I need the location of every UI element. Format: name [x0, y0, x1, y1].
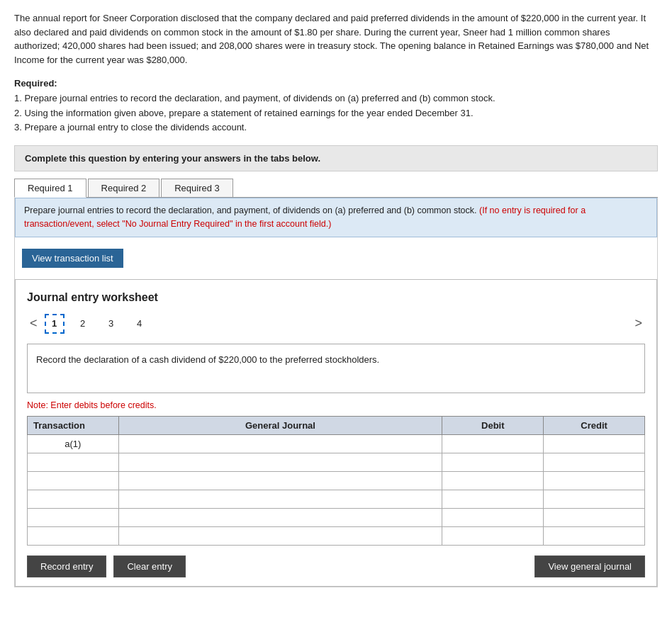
- instruction-box: Complete this question by entering your …: [14, 145, 658, 171]
- gj-cell-6[interactable]: [118, 526, 442, 545]
- credit-cell-6[interactable]: [544, 526, 645, 545]
- gj-input-1[interactable]: [123, 438, 438, 450]
- transaction-cell-5: [28, 508, 119, 526]
- prev-arrow[interactable]: <: [27, 316, 40, 331]
- debit-cell-1[interactable]: [442, 434, 544, 453]
- gj-cell-5[interactable]: [118, 508, 442, 526]
- page-1-button[interactable]: 1: [45, 314, 65, 334]
- gj-cell-3[interactable]: [118, 471, 442, 490]
- nav-row: < 1 2 3 4 >: [27, 314, 645, 334]
- credit-input-4[interactable]: [548, 493, 640, 505]
- col-header-credit: Credit: [544, 416, 645, 434]
- table-row: a(1): [28, 434, 645, 453]
- col-header-general-journal: General Journal: [118, 416, 442, 434]
- table-row: [28, 490, 645, 508]
- tab-required-2[interactable]: Required 2: [88, 179, 160, 197]
- debit-cell-4[interactable]: [442, 490, 544, 508]
- tab-instruction-text: Prepare journal entries to record the de…: [24, 205, 477, 215]
- debit-cell-6[interactable]: [442, 526, 544, 545]
- required-item-1: 1. Prepare journal entries to record the…: [14, 91, 658, 106]
- record-entry-button[interactable]: Record entry: [27, 555, 106, 577]
- worksheet-title: Journal entry worksheet: [27, 291, 645, 304]
- declaration-text: Record the declaration of a cash dividen…: [36, 354, 379, 365]
- table-row: [28, 471, 645, 490]
- transaction-cell-3: [28, 471, 119, 490]
- note-text: Note: Enter debits before credits.: [27, 400, 645, 410]
- transaction-cell-4: [28, 490, 119, 508]
- tab-required-1[interactable]: Required 1: [14, 179, 86, 198]
- required-item-3: 3. Prepare a journal entry to close the …: [14, 120, 658, 135]
- debit-input-3[interactable]: [447, 475, 539, 487]
- col-header-debit: Debit: [442, 416, 544, 434]
- journal-table: Transaction General Journal Debit Credit…: [27, 416, 645, 546]
- intro-paragraph: The annual report for Sneer Corporation …: [14, 11, 658, 67]
- debit-input-2[interactable]: [447, 456, 539, 468]
- credit-cell-4[interactable]: [544, 490, 645, 508]
- page-2-button[interactable]: 2: [73, 314, 93, 334]
- next-arrow[interactable]: >: [632, 316, 645, 331]
- credit-input-5[interactable]: [548, 512, 640, 524]
- table-row: [28, 508, 645, 526]
- table-row: [28, 526, 645, 545]
- view-general-journal-button[interactable]: View general journal: [534, 555, 645, 577]
- page-3-button[interactable]: 3: [101, 314, 121, 334]
- view-transaction-button[interactable]: View transaction list: [22, 249, 123, 268]
- transaction-cell-2: [28, 453, 119, 471]
- gj-input-3[interactable]: [123, 475, 438, 487]
- credit-cell-5[interactable]: [544, 508, 645, 526]
- gj-input-4[interactable]: [123, 493, 438, 505]
- debit-cell-3[interactable]: [442, 471, 544, 490]
- gj-cell-2[interactable]: [118, 453, 442, 471]
- required-section: Required: 1. Prepare journal entries to …: [14, 77, 658, 135]
- credit-input-3[interactable]: [548, 475, 640, 487]
- credit-input-2[interactable]: [548, 456, 640, 468]
- transaction-cell-1: a(1): [28, 434, 119, 453]
- bottom-buttons-row: Record entry Clear entry View general jo…: [27, 555, 645, 577]
- tabs-container: Required 1 Required 2 Required 3 Prepare…: [14, 179, 658, 587]
- credit-input-1[interactable]: [548, 438, 640, 450]
- gj-input-2[interactable]: [123, 456, 438, 468]
- worksheet-box: Journal entry worksheet < 1 2 3 4 > Reco…: [15, 279, 657, 587]
- clear-entry-button[interactable]: Clear entry: [113, 555, 186, 577]
- credit-cell-3[interactable]: [544, 471, 645, 490]
- tab-instruction-note: Prepare journal entries to record the de…: [15, 198, 657, 237]
- debit-cell-2[interactable]: [442, 453, 544, 471]
- debit-input-1[interactable]: [447, 438, 539, 450]
- col-header-transaction: Transaction: [28, 416, 119, 434]
- credit-input-6[interactable]: [548, 530, 640, 542]
- tab-required-3[interactable]: Required 3: [161, 179, 233, 197]
- gj-input-6[interactable]: [123, 530, 438, 542]
- required-item-2: 2. Using the information given above, pr…: [14, 106, 658, 121]
- credit-cell-2[interactable]: [544, 453, 645, 471]
- tabs-row: Required 1 Required 2 Required 3: [14, 179, 658, 198]
- declaration-box: Record the declaration of a cash dividen…: [27, 344, 645, 393]
- credit-cell-1[interactable]: [544, 434, 645, 453]
- required-header: Required:: [14, 78, 57, 89]
- table-row: [28, 453, 645, 471]
- debit-cell-5[interactable]: [442, 508, 544, 526]
- gj-cell-4[interactable]: [118, 490, 442, 508]
- gj-cell-1[interactable]: [118, 434, 442, 453]
- transaction-cell-6: [28, 526, 119, 545]
- page-4-button[interactable]: 4: [130, 314, 150, 334]
- debit-input-4[interactable]: [447, 493, 539, 505]
- debit-input-6[interactable]: [447, 530, 539, 542]
- tab-content: Prepare journal entries to record the de…: [14, 198, 658, 587]
- debit-input-5[interactable]: [447, 512, 539, 524]
- gj-input-5[interactable]: [123, 512, 438, 524]
